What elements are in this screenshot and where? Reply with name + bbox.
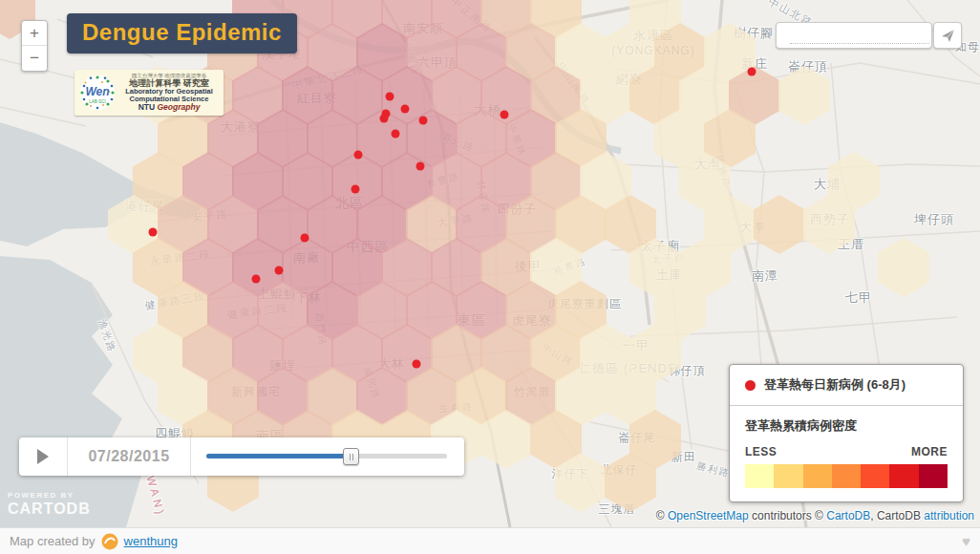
legend-less-label: LESS (745, 445, 777, 458)
wen-lab-logo-icon: Wen LAB-SCI (79, 75, 116, 111)
svg-text:Wen: Wen (85, 85, 109, 98)
slider-progress (206, 454, 351, 458)
legend-more-label: MORE (911, 445, 948, 458)
legend-color-step (889, 464, 918, 488)
openstreetmap-link[interactable]: OpenStreetMap (668, 509, 749, 522)
play-button[interactable] (19, 437, 67, 476)
time-slider[interactable] (206, 437, 447, 476)
legend-color-step (803, 464, 832, 488)
search-input[interactable] (790, 28, 929, 44)
zoom-out-button[interactable]: − (22, 46, 47, 71)
ntu-label: NTU (138, 102, 155, 112)
cartodb-wordmark: CARTODB (8, 501, 91, 517)
powered-by-cartodb-logo[interactable]: POWERED BY CARTODB (8, 492, 91, 517)
legend-panel: 登革熱每日新病例 (6-8月) 登革熱累積病例密度 LESS MORE (729, 364, 964, 502)
username-link[interactable]: wenthung (124, 534, 178, 548)
legend-color-step (861, 464, 889, 488)
title-banner: Dengue Epidemic (67, 13, 297, 53)
paper-plane-icon (941, 29, 955, 43)
attribution-text: © (656, 509, 668, 522)
app-window: 溪子墘南安順六甲頂中正南路中山北路紅目寮大港寮大橋中華北路二段公園路開元路中華路… (0, 0, 980, 554)
footer-bar: Map created by wenthung ♥ (0, 527, 980, 554)
case-dot-icon (745, 380, 756, 391)
zoom-control: + − (21, 20, 48, 72)
like-heart-icon[interactable]: ♥ (962, 533, 970, 549)
user-avatar (101, 533, 118, 550)
svg-text:LAB-SCI: LAB-SCI (89, 99, 106, 104)
zoom-in-button[interactable]: + (22, 21, 47, 46)
attribution-text: contributors © (749, 509, 827, 522)
slider-handle[interactable] (343, 448, 359, 465)
legend-color-step (774, 464, 802, 488)
search-box (776, 22, 932, 49)
lab-text-block: 國立台灣大學 地理環境資源學系 地理計算科學 研究室 Laboratory fo… (119, 74, 219, 112)
powered-by-text: POWERED BY (8, 492, 91, 500)
legend-color-step (745, 464, 774, 488)
locate-button[interactable] (933, 22, 962, 49)
lab-logo-card: Wen LAB-SCI 國立台灣大學 地理環境資源學系 地理計算科學 研究室 L… (75, 70, 224, 116)
divider (190, 437, 191, 476)
legend-cases-label: 登革熱每日新病例 (6-8月) (764, 376, 905, 394)
time-slider-widget: 07/28/2015 (19, 437, 464, 476)
legend-color-ramp (745, 464, 948, 488)
map-attribution: © OpenStreetMap contributors © CartoDB, … (656, 509, 974, 522)
cartodb-link[interactable]: CartoDB (826, 509, 870, 522)
attribution-text: , CartoDB (870, 509, 924, 522)
legend-color-step (919, 464, 948, 488)
current-date-label: 07/28/2015 (68, 448, 190, 465)
legend-color-step (832, 464, 861, 488)
page-title: Dengue Epidemic (82, 19, 282, 46)
geography-label: Geography (157, 102, 200, 112)
play-icon (37, 449, 49, 464)
created-by-label: Map created by (10, 534, 96, 548)
legend-density-title: 登革熱累積病例密度 (745, 417, 948, 435)
attribution-link[interactable]: attribution (924, 509, 974, 522)
